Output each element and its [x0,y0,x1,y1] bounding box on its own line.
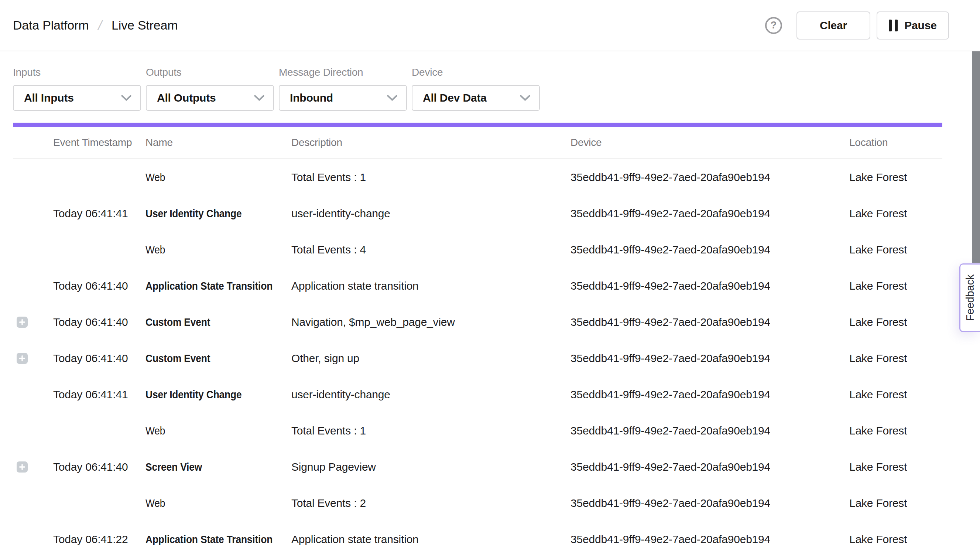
device-id-cell: 35eddb41-9ff9-49e2-7aed-20afa90eb194 [571,388,849,401]
plus-icon [19,319,25,326]
expand-cell [13,461,53,472]
event-name-cell: Application State Transition [145,533,291,546]
event-description-cell: Navigation, $mp_web_page_view [291,316,571,329]
col-header-event-timestamp: Event Timestamp [53,137,145,148]
device-id-cell: 35eddb41-9ff9-49e2-7aed-20afa90eb194 [571,171,849,184]
pause-button[interactable]: Pause [877,11,949,40]
table-row: Today 06:41:41 User Identity Change user… [13,195,942,231]
inputs-select[interactable]: All Inputs [13,85,141,111]
location-cell: Lake Forest [849,352,942,365]
table-row: Web Total Events : 1 35eddb41-9ff9-49e2-… [13,413,942,449]
expand-row-button[interactable] [17,317,28,328]
event-description-cell: Total Events : 1 [291,171,571,184]
outputs-select[interactable]: All Outputs [146,85,274,111]
event-name-cell: User Identity Change [145,388,291,401]
device-id-cell: 35eddb41-9ff9-49e2-7aed-20afa90eb194 [571,497,849,509]
expand-cell [13,244,53,255]
event-name-cell: Screen View [145,461,291,473]
location-cell: Lake Forest [849,316,942,329]
table-row: Today 06:41:40 Custom Event Navigation, … [13,304,942,340]
event-description-cell: Other, sign up [291,352,571,365]
event-description-cell: user-identity-change [291,388,571,401]
device-id-cell: 35eddb41-9ff9-49e2-7aed-20afa90eb194 [571,425,849,437]
col-header-device: Device [571,137,849,148]
expand-cell [13,425,53,436]
table-header-row: Event Timestamp Name Description Device … [13,127,942,159]
filter-label-message-direction: Message Direction [279,67,407,78]
table-body: Web Total Events : 1 35eddb41-9ff9-49e2-… [13,159,942,549]
event-description-cell: Signup Pageview [291,461,571,473]
device-select[interactable]: All Dev Data [412,85,540,111]
breadcrumb: Data Platform / Live Stream [13,18,178,33]
table-row: Today 06:41:22 Application State Transit… [13,521,942,549]
device-id-cell: 35eddb41-9ff9-49e2-7aed-20afa90eb194 [571,280,849,292]
message-direction-select-value: Inbound [290,92,333,104]
event-description-cell: Application state transition [291,533,571,546]
table-row: Today 06:41:40 Custom Event Other, sign … [13,340,942,377]
pause-icon [889,19,898,31]
expand-row-button[interactable] [17,461,28,472]
table-row: Web Total Events : 4 35eddb41-9ff9-49e2-… [13,231,942,268]
event-timestamp-cell: Today 06:41:41 [53,207,145,220]
device-id-cell: 35eddb41-9ff9-49e2-7aed-20afa90eb194 [571,533,849,546]
location-cell: Lake Forest [849,461,942,473]
outputs-select-value: All Outputs [157,92,216,104]
scrollbar-thumb[interactable] [972,51,980,263]
event-name-cell: Web [145,497,291,509]
event-description-cell: Total Events : 4 [291,243,571,256]
col-header-location: Location [849,137,942,148]
event-name-cell: Web [145,425,291,437]
clear-button[interactable]: Clear [797,11,870,40]
expand-cell [13,208,53,219]
expand-cell [13,498,53,509]
device-id-cell: 35eddb41-9ff9-49e2-7aed-20afa90eb194 [571,352,849,365]
filters-bar: Inputs All Inputs Outputs All Outputs Me… [0,51,980,111]
feedback-label: Feedback [964,274,976,321]
accent-progress-bar [13,123,942,127]
event-timestamp-cell: Today 06:41:40 [53,352,145,365]
event-timestamp-cell: Today 06:41:40 [53,461,145,473]
location-cell: Lake Forest [849,171,942,184]
help-icon[interactable]: ? [765,17,782,34]
event-timestamp-cell: Today 06:41:40 [53,280,145,292]
device-id-cell: 35eddb41-9ff9-49e2-7aed-20afa90eb194 [571,207,849,220]
event-timestamp-cell: Today 06:41:41 [53,388,145,401]
chevron-down-icon [254,95,264,101]
expand-cell [13,389,53,400]
location-cell: Lake Forest [849,280,942,292]
header-actions: ? Clear Pause [765,11,949,40]
plus-icon [19,355,25,362]
table-row: Today 06:41:40 Screen View Signup Pagevi… [13,449,942,485]
expand-cell [13,281,53,292]
expand-row-button[interactable] [17,353,28,364]
expand-cell [13,353,53,364]
clear-button-label: Clear [820,19,847,32]
device-id-cell: 35eddb41-9ff9-49e2-7aed-20afa90eb194 [571,461,849,473]
device-select-value: All Dev Data [423,92,487,104]
location-cell: Lake Forest [849,207,942,220]
breadcrumb-section[interactable]: Data Platform [13,18,89,32]
top-header: Data Platform / Live Stream ? Clear Paus… [0,0,980,51]
plus-icon [19,464,25,470]
filter-group-device: Device All Dev Data [412,67,540,111]
table-row: Today 06:41:40 Application State Transit… [13,268,942,304]
breadcrumb-page: Live Stream [111,18,178,32]
feedback-tab[interactable]: Feedback [959,263,980,332]
event-name-cell: Custom Event [145,352,291,365]
event-timestamp-cell: Today 06:41:22 [53,533,145,546]
filter-group-message-direction: Message Direction Inbound [279,67,407,111]
event-description-cell: Application state transition [291,280,571,292]
pause-button-label: Pause [904,19,936,32]
event-timestamp-cell: Today 06:41:40 [53,316,145,329]
location-cell: Lake Forest [849,497,942,509]
breadcrumb-separator: / [97,18,104,33]
inputs-select-value: All Inputs [24,92,74,104]
filter-label-outputs: Outputs [146,67,274,78]
event-name-cell: Web [145,243,291,256]
table-row: Web Total Events : 2 35eddb41-9ff9-49e2-… [13,485,942,521]
location-cell: Lake Forest [849,533,942,546]
filter-label-device: Device [412,67,540,78]
message-direction-select[interactable]: Inbound [279,85,407,111]
device-id-cell: 35eddb41-9ff9-49e2-7aed-20afa90eb194 [571,243,849,256]
filter-group-outputs: Outputs All Outputs [146,67,274,111]
